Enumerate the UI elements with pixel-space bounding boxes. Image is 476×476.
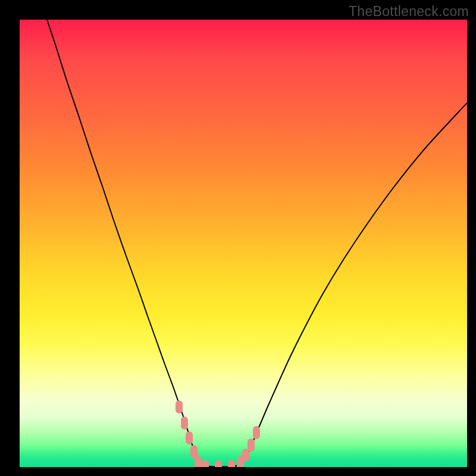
- chart-svg: [20, 20, 467, 467]
- chart-frame: TheBottleneck.com: [0, 0, 476, 476]
- plot-area: [20, 20, 467, 467]
- bottleneck-curve-group: [47, 20, 467, 467]
- min-marker: [186, 431, 193, 444]
- min-markers-group: [176, 400, 260, 467]
- min-marker: [202, 460, 209, 467]
- min-marker: [248, 439, 255, 452]
- min-marker: [228, 460, 235, 467]
- min-marker: [242, 449, 249, 462]
- bottleneck-v-curve: [47, 20, 467, 467]
- min-marker: [181, 416, 188, 430]
- min-marker: [253, 426, 260, 439]
- min-marker: [215, 461, 222, 468]
- min-marker: [176, 400, 183, 414]
- min-marker: [195, 456, 202, 467]
- watermark-text: TheBottleneck.com: [349, 4, 469, 20]
